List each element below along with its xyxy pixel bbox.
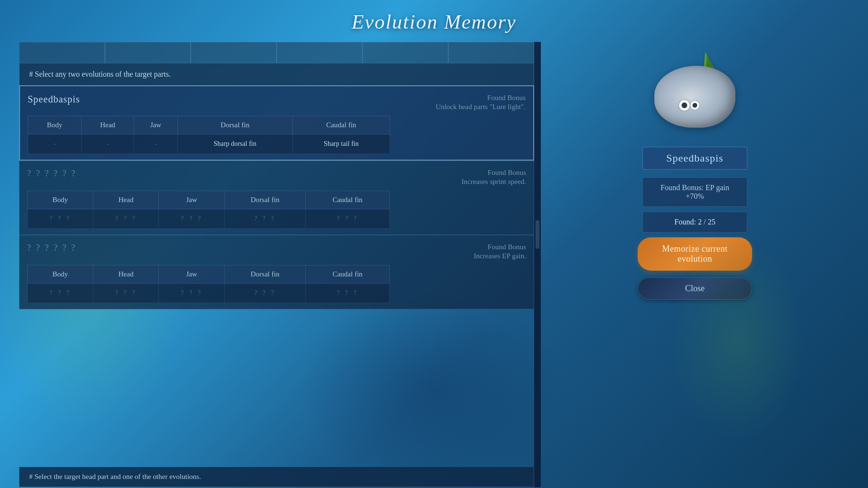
sidebar-found-count: Found: 2 / 25 bbox=[642, 212, 747, 233]
col-body-3: Body bbox=[28, 265, 93, 284]
val-jaw-1: - bbox=[134, 134, 177, 154]
val-jaw-3: ? ? ? bbox=[159, 284, 225, 303]
val-body-3: ? ? ? bbox=[28, 284, 93, 303]
tab-6[interactable] bbox=[448, 42, 534, 63]
entry-speedbaspis[interactable]: Speedbaspis Found Bonus Unlock head part… bbox=[19, 85, 534, 161]
col-head-3: Head bbox=[93, 265, 159, 284]
val-head-3: ? ? ? bbox=[93, 284, 159, 303]
creature-body bbox=[654, 66, 735, 128]
tab-4[interactable] bbox=[277, 42, 362, 63]
entry-unknown-2[interactable]: ? ? ? ? ? ? Found Bonus Increases sprint… bbox=[19, 161, 534, 235]
tab-2[interactable] bbox=[105, 42, 191, 63]
entry-name-speedbaspis: Speedbaspis bbox=[28, 94, 80, 105]
tab-3[interactable] bbox=[191, 42, 277, 63]
sidebar-creature-name: Speedbaspis bbox=[642, 147, 747, 170]
found-bonus-unknown-3: Found Bonus Increases EP gain. bbox=[474, 243, 526, 260]
col-body-1: Body bbox=[28, 116, 82, 134]
col-jaw-1: Jaw bbox=[134, 116, 177, 134]
found-value: 2 / 25 bbox=[698, 218, 715, 226]
val-dorsal-3: ? ? ? bbox=[225, 284, 306, 303]
entry-name-unknown-3: ? ? ? ? ? ? bbox=[27, 243, 76, 253]
val-jaw-2: ? ? ? bbox=[159, 209, 225, 229]
col-jaw-2: Jaw bbox=[159, 191, 225, 209]
val-dorsal-1: Sharp dorsal fin bbox=[177, 134, 292, 154]
col-head-1: Head bbox=[82, 116, 134, 134]
right-panel: Speedbaspis Found Bonus: EP gain +70% Fo… bbox=[541, 42, 849, 487]
col-dorsal-3: Dorsal fin bbox=[225, 265, 306, 284]
tab-1[interactable] bbox=[19, 42, 105, 63]
memorize-button[interactable]: Memorize current evolution bbox=[638, 237, 752, 271]
col-head-2: Head bbox=[93, 191, 159, 209]
page-title: Evolution Memory bbox=[0, 0, 868, 42]
sidebar-found-bonus: Found Bonus: EP gain +70% bbox=[642, 177, 747, 207]
left-panel: # Select any two evolutions of the targe… bbox=[19, 42, 534, 487]
instruction-bottom: # Select the target head part and one of… bbox=[19, 467, 534, 487]
creature-eye-left bbox=[679, 100, 690, 111]
close-button[interactable]: Close bbox=[638, 277, 752, 300]
entries-scroll-area[interactable]: Speedbaspis Found Bonus Unlock head part… bbox=[19, 85, 534, 467]
col-caudal-1: Caudal fin bbox=[292, 116, 390, 134]
val-body-2: ? ? ? bbox=[28, 209, 93, 229]
entry-unknown-3[interactable]: ? ? ? ? ? ? Found Bonus Increases EP gai… bbox=[19, 235, 534, 309]
val-body-1: - bbox=[28, 134, 82, 154]
col-body-2: Body bbox=[28, 191, 93, 209]
creature-eye-right bbox=[691, 101, 699, 110]
val-head-2: ? ? ? bbox=[93, 209, 159, 229]
val-caudal-1: Sharp tail fin bbox=[292, 134, 390, 154]
col-dorsal-1: Dorsal fin bbox=[177, 116, 292, 134]
found-bonus-unknown-2: Found Bonus Increases sprint speed. bbox=[462, 169, 526, 186]
val-head-1: - bbox=[82, 134, 134, 154]
parts-table-speedbaspis: Body Head Jaw Dorsal fin Caudal fin - - … bbox=[28, 116, 390, 154]
creature-display bbox=[647, 47, 743, 142]
instruction-top: # Select any two evolutions of the targe… bbox=[19, 63, 534, 85]
col-jaw-3: Jaw bbox=[159, 265, 225, 284]
val-caudal-3: ? ? ? bbox=[306, 284, 390, 303]
val-caudal-2: ? ? ? bbox=[306, 209, 390, 229]
val-dorsal-2: ? ? ? bbox=[225, 209, 306, 229]
found-bonus-speedbaspis: Found Bonus Unlock head parts "Lure ligh… bbox=[436, 94, 526, 111]
vertical-divider bbox=[534, 42, 541, 487]
parts-table-unknown-2: Body Head Jaw Dorsal fin Caudal fin ? ? … bbox=[27, 191, 390, 229]
parts-table-unknown-3: Body Head Jaw Dorsal fin Caudal fin ? ? … bbox=[27, 265, 390, 303]
col-caudal-3: Caudal fin bbox=[306, 265, 390, 284]
found-label: Found: bbox=[674, 218, 696, 226]
tab-5[interactable] bbox=[362, 42, 448, 63]
col-dorsal-2: Dorsal fin bbox=[225, 191, 306, 209]
tabs-bar bbox=[19, 42, 534, 63]
col-caudal-2: Caudal fin bbox=[306, 191, 390, 209]
entry-name-unknown-2: ? ? ? ? ? ? bbox=[27, 169, 76, 179]
